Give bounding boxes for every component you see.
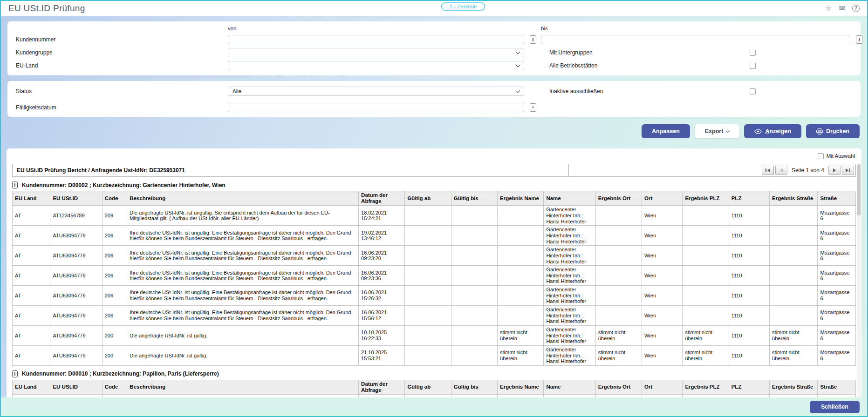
column-header: Ergebnis Straße xyxy=(770,191,818,206)
cell xyxy=(498,266,544,286)
column-header: Beschreibung xyxy=(127,191,359,206)
table-row[interactable]: ATATU63094779206Ihre deutsche USt-IdNr. … xyxy=(13,266,856,286)
bis-column-label: bis xyxy=(541,26,548,31)
cell: stimmt nicht überein xyxy=(595,345,642,365)
cell xyxy=(405,246,451,266)
mit-auswahl-row: Mit Auswahl xyxy=(12,150,856,161)
cell: Wien xyxy=(642,286,682,306)
envelope-icon[interactable]: ✉ xyxy=(839,5,845,12)
table-row[interactable]: ATAT123456789209Die angefragte USt-IdNr.… xyxy=(13,206,856,226)
eu-land-select[interactable] xyxy=(228,61,524,70)
cell: 16.06.2021 15:56:12 xyxy=(359,306,405,326)
faelligkeitsdatum-calendar-icon[interactable] xyxy=(530,103,536,112)
mit-auswahl-checkbox[interactable] xyxy=(818,153,824,159)
column-header: Straße xyxy=(818,191,856,206)
page-indicator: Seite 1 von 4 xyxy=(789,167,827,174)
group-collapse-icon[interactable] xyxy=(12,182,18,188)
schliessen-button[interactable]: Schließen xyxy=(810,401,860,413)
cell: Mozartgasse 6 xyxy=(818,345,856,365)
cell xyxy=(595,246,642,266)
cell: AT xyxy=(13,325,50,345)
cell: stimmt nicht überein xyxy=(595,325,642,345)
prev-page-button[interactable] xyxy=(775,166,787,175)
cell: ATU63094779 xyxy=(50,306,102,326)
group-collapse-icon[interactable] xyxy=(12,370,18,377)
vertical-scrollbar[interactable] xyxy=(857,163,861,397)
status-select[interactable]: Alle xyxy=(228,87,524,96)
column-header: Name xyxy=(544,191,595,206)
cell: Gartencenter Hinterhofer Inh.: Hansi Hin… xyxy=(544,226,595,246)
cell: Die angefragte USt-IdNr. ist gültig. xyxy=(127,345,359,365)
cell xyxy=(405,345,451,365)
kundengruppe-select[interactable] xyxy=(228,48,524,57)
printer-icon xyxy=(816,128,823,135)
cell: 18.02.2021 15:24:21 xyxy=(359,206,405,226)
kundennummer-von-picker-icon[interactable] xyxy=(530,35,536,44)
group-header-text: Kundennummer: D00002 ; Kurzbezeichnung: … xyxy=(22,182,226,188)
export-button[interactable]: Export xyxy=(695,124,740,138)
eye-icon xyxy=(754,129,762,134)
column-header: Gültig bis xyxy=(451,191,497,206)
column-header: Ergebnis PLZ xyxy=(683,191,729,206)
table-row[interactable]: ATATU63094779200Die angefragte USt-IdNr.… xyxy=(13,345,856,365)
kundennummer-bis-picker-icon[interactable] xyxy=(856,35,862,44)
cell: ATU63094779 xyxy=(50,246,102,266)
anpassen-button[interactable]: Anpassen xyxy=(642,124,690,138)
cell: 50000 xyxy=(729,395,769,397)
cell: Ihre deutsche USt-IdNr. ist ungültig. Ei… xyxy=(127,286,359,306)
favorite-star-icon[interactable]: ☆ xyxy=(825,5,832,12)
cell xyxy=(770,206,818,226)
faelligkeitsdatum-input[interactable] xyxy=(228,103,524,112)
alle-betriebsstaetten-label: Alle Betriebsstätten xyxy=(541,62,750,69)
table-row[interactable]: ATATU63094779206Ihre deutsche USt-IdNr. … xyxy=(13,226,856,246)
table-row[interactable]: ATATU63094779206Ihre deutsche USt-IdNr. … xyxy=(13,306,856,326)
last-page-button[interactable] xyxy=(842,166,854,175)
table-row[interactable]: ATATU63094779206Ihre deutsche USt-IdNr. … xyxy=(13,246,856,266)
chevron-down-icon xyxy=(516,49,520,54)
cell: 201 xyxy=(102,395,127,397)
cell xyxy=(498,246,544,266)
mit-auswahl-label: Mit Auswahl xyxy=(827,153,855,159)
alle-betriebsstaetten-checkbox[interactable] xyxy=(750,63,756,69)
cell: Wien xyxy=(642,325,682,345)
cell: Paris xyxy=(642,395,682,397)
column-header: Ergebnis Name xyxy=(498,380,544,394)
inaktive-ausschliessen-label: Inaktive ausschließen xyxy=(541,88,750,94)
help-icon[interactable]: ? xyxy=(852,5,860,12)
kundennummer-von-input[interactable] xyxy=(228,35,524,44)
table-row[interactable]: ATATU63094779200Die angefragte USt-IdNr.… xyxy=(13,325,856,345)
table-row[interactable]: ATATU63094779206Ihre deutsche USt-IdNr. … xyxy=(13,286,856,306)
kundennummer-bis-input[interactable] xyxy=(541,35,850,44)
schliessen-label: Schließen xyxy=(821,404,848,410)
cell: Ihre deutsche USt-IdNr. ist ungültig. Ei… xyxy=(127,266,359,286)
next-page-button[interactable] xyxy=(828,166,841,175)
cell xyxy=(683,226,729,246)
cell: Wien xyxy=(642,306,682,326)
report-header-bar: EU USt.ID Prüfung Bericht / Anfragende U… xyxy=(12,164,856,177)
drucken-button[interactable]: Drucken xyxy=(806,124,860,138)
cell: 206 xyxy=(102,226,127,246)
table-row[interactable]: FR123456787654321201Die angefragte USt-I… xyxy=(13,395,856,397)
cell xyxy=(595,226,642,246)
drucken-label: Drucken xyxy=(826,128,849,135)
column-header: Ergebnis Ort xyxy=(595,191,642,206)
cell: 200 xyxy=(102,325,127,345)
cell: 1110 xyxy=(729,226,769,246)
column-header: Datum der Abfrage xyxy=(359,380,405,394)
station-badge[interactable]: 1 - Zentrale xyxy=(441,2,485,11)
inaktive-ausschliessen-checkbox[interactable] xyxy=(750,88,756,94)
cell xyxy=(498,306,544,326)
cell xyxy=(595,395,642,397)
first-page-button[interactable] xyxy=(762,166,774,175)
report-panel: Mit Auswahl EU USt.ID Prüfung Bericht / … xyxy=(7,148,861,397)
cell: Wien xyxy=(642,246,682,266)
column-header: Ergebnis Ort xyxy=(595,380,642,394)
group-header-text: Kundennummer: D00010 ; Kurzbezeichnung: … xyxy=(22,370,219,377)
scrollbar-thumb[interactable] xyxy=(857,164,861,215)
anzeigen-button[interactable]: Anzeigen xyxy=(744,124,801,138)
column-header: Straße xyxy=(818,380,856,394)
mit-untergruppen-checkbox[interactable] xyxy=(750,50,756,56)
cell: Gartencenter Hinterhofer Inh.: Hansi Hin… xyxy=(544,325,595,345)
cell: Wien xyxy=(642,266,682,286)
cell: 206 xyxy=(102,306,127,326)
